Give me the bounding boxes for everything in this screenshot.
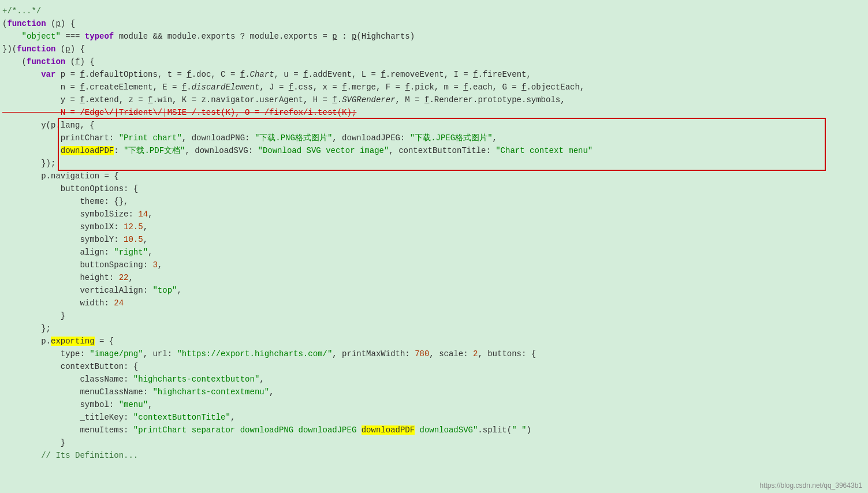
code-token: ( <box>65 57 75 66</box>
code-token: y(p.lang, { <box>2 121 95 130</box>
code-token: . <box>337 95 342 104</box>
line-content: menuClassName: "highcharts-contextmenu", <box>2 386 866 398</box>
code-token: .createElement, E = <box>85 83 182 92</box>
code-token: })( <box>2 44 17 54</box>
code-token: , <box>148 248 152 257</box>
code-token: , <box>148 210 152 219</box>
code-token: printChart: <box>2 133 119 143</box>
line-content: buttonOptions: { <box>2 182 866 195</box>
line-content: buttonSpacing: 3, <box>2 259 866 271</box>
code-token: f <box>381 70 385 79</box>
code-token: N = <box>2 108 80 117</box>
code-line: buttonOptions: { <box>0 182 868 195</box>
code-token: .defaultOptions, t = <box>85 70 187 79</box>
code-token: ) <box>526 425 531 435</box>
code-token: f <box>463 83 468 92</box>
code-token: discardElement <box>192 83 260 92</box>
line-content: symbolSize: 14, <box>2 208 866 221</box>
line-content: (function (f) { <box>2 55 866 68</box>
code-token: 3 <box>152 260 157 270</box>
line-content: } <box>2 309 866 322</box>
code-token: "object" <box>22 32 61 41</box>
line-content: p.exporting = { <box>2 335 866 348</box>
code-line: downloadPDF: "下载.PDF文档", downloadSVG: "D… <box>0 144 868 157</box>
line-content: }); <box>2 157 866 170</box>
code-token: theme: {}, <box>2 197 128 206</box>
code-token: symbolX: <box>2 222 124 231</box>
code-line: menuItems: "printChart separator downloa… <box>0 424 868 436</box>
code-line: symbol: "menu", <box>0 398 868 411</box>
code-token: .win, K = z.navigator.userAgent, H = <box>152 95 332 104</box>
code-token: , <box>259 375 264 384</box>
code-token: ) { <box>70 44 85 54</box>
line-content: } <box>2 436 866 449</box>
code-token: } <box>2 438 65 447</box>
code-token: : <box>114 146 124 155</box>
code-line: symbolY: 10.5, <box>0 233 868 246</box>
code-token: "下载.PDF文档" <box>124 146 185 155</box>
line-content: y(p.lang, { <box>2 119 866 132</box>
code-token <box>2 146 61 155</box>
code-token: }; <box>2 324 51 333</box>
code-token: ( <box>55 44 65 54</box>
code-token: , printMaxWidth: <box>332 349 415 358</box>
code-token: (Highcharts) <box>356 32 415 41</box>
code-line: } <box>0 436 868 449</box>
code-token: , <box>269 387 274 397</box>
code-token: .doc, C = <box>192 70 240 79</box>
code-token: }); <box>2 159 55 168</box>
code-line: N = /Edge\/|Trident\/|MSIE /.test(K), O … <box>0 106 868 119</box>
code-line: menuClassName: "highcharts-contextmenu", <box>0 386 868 398</box>
code-token: function <box>7 19 46 28</box>
code-token: .removeEvent, I = <box>386 70 473 79</box>
line-content: n = f.createElement, E = f.discardElemen… <box>2 81 866 94</box>
code-line: type: "image/png", url: "https://export.… <box>0 348 868 360</box>
code-token: _titleKey: <box>2 413 133 422</box>
code-token: .extend, z = <box>85 95 148 104</box>
code-token: width: <box>2 298 114 308</box>
code-token: module && module.exports ? module.export… <box>114 32 332 41</box>
code-line: height: 22, <box>0 271 868 284</box>
code-token: . <box>245 70 249 79</box>
code-token: 12.5 <box>124 222 143 231</box>
line-content: type: "image/png", url: "https://export.… <box>2 348 866 360</box>
code-line: width: 24 <box>0 297 868 309</box>
code-token: ( <box>46 19 56 28</box>
code-token: "right" <box>114 248 148 257</box>
code-line: verticalAlign: "top", <box>0 284 868 297</box>
code-line: align: "right", <box>0 246 868 259</box>
code-token: n = <box>2 83 80 92</box>
code-line: y = f.extend, z = f.win, K = z.navigator… <box>0 94 868 106</box>
line-content: printChart: "Print chart", downloadPNG: … <box>2 132 866 144</box>
code-token: "contextButtonTitle" <box>133 413 230 422</box>
code-token: verticalAlign: <box>2 286 152 295</box>
code-token: function <box>17 44 55 54</box>
code-token: "https://export.highcharts.com/" <box>177 349 332 358</box>
code-token: "Download SVG vector image" <box>258 146 389 155</box>
code-token: , <box>143 235 148 244</box>
code-token: "Print chart" <box>119 133 182 143</box>
code-line: symbolSize: 14, <box>0 208 868 221</box>
line-content: symbolY: 10.5, <box>2 233 866 246</box>
code-token: f <box>182 83 187 92</box>
code-line: } <box>0 309 868 322</box>
line-content: p.navigation = { <box>2 170 866 182</box>
line-content: downloadPDF: "下载.PDF文档", downloadSVG: "D… <box>2 144 866 157</box>
code-token: f <box>342 83 347 92</box>
code-token: . <box>187 83 191 92</box>
code-token: height: <box>2 273 119 282</box>
code-token: .split( <box>478 425 512 435</box>
code-token: "下载.PNG格式图片" <box>255 133 332 143</box>
line-content: // Its Definition... <box>2 449 866 462</box>
line-content: verticalAlign: "top", <box>2 284 866 297</box>
line-content: (function (p) { <box>2 17 866 30</box>
code-token: f <box>80 83 84 92</box>
code-token: " " <box>512 425 526 435</box>
code-token: === <box>61 32 85 41</box>
watermark: https://blog.csdn.net/qq_39643b1 <box>760 481 862 490</box>
code-line: className: "highcharts-contextbutton", <box>0 373 868 386</box>
line-content: symbolX: 12.5, <box>2 221 866 233</box>
line-content: symbol: "menu", <box>2 398 866 411</box>
code-token: f <box>240 70 245 79</box>
code-token: "下载.JPEG格式图片" <box>410 133 493 143</box>
